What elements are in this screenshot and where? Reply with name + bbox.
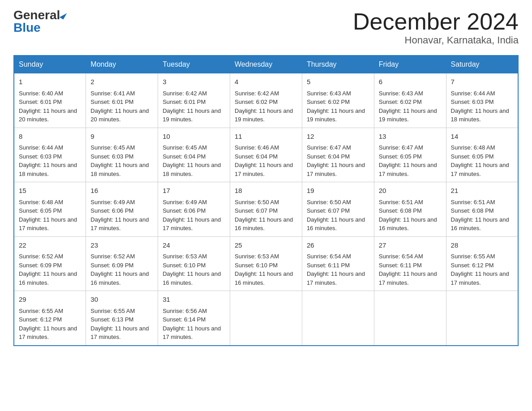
calendar-cell: 6Sunrise: 6:43 AMSunset: 6:02 PMDaylight… bbox=[374, 73, 446, 128]
day-number: 18 bbox=[235, 186, 297, 196]
day-number: 16 bbox=[90, 186, 153, 196]
day-number: 12 bbox=[307, 132, 369, 142]
calendar-cell: 19Sunrise: 6:50 AMSunset: 6:07 PMDayligh… bbox=[302, 182, 374, 237]
weekday-header-friday: Friday bbox=[374, 56, 446, 73]
page-header: General Blue December 2024 Honavar, Karn… bbox=[13, 9, 519, 46]
day-info: Sunrise: 6:48 AMSunset: 6:05 PMDaylight:… bbox=[451, 144, 509, 177]
calendar-cell: 22Sunrise: 6:52 AMSunset: 6:09 PMDayligh… bbox=[14, 236, 86, 291]
day-number: 22 bbox=[19, 240, 81, 251]
weekday-header-thursday: Thursday bbox=[302, 56, 374, 73]
day-number: 1 bbox=[19, 77, 81, 87]
calendar-cell: 13Sunrise: 6:47 AMSunset: 6:05 PMDayligh… bbox=[374, 128, 446, 182]
calendar-week-row: 22Sunrise: 6:52 AMSunset: 6:09 PMDayligh… bbox=[14, 236, 518, 291]
day-info: Sunrise: 6:43 AMSunset: 6:02 PMDaylight:… bbox=[379, 90, 437, 123]
calendar-cell bbox=[230, 291, 302, 346]
day-info: Sunrise: 6:45 AMSunset: 6:04 PMDaylight:… bbox=[163, 144, 221, 177]
calendar-cell: 31Sunrise: 6:56 AMSunset: 6:14 PMDayligh… bbox=[158, 291, 230, 346]
day-number: 8 bbox=[19, 132, 81, 142]
weekday-header-saturday: Saturday bbox=[446, 56, 518, 73]
day-number: 29 bbox=[19, 295, 81, 305]
calendar-cell: 26Sunrise: 6:54 AMSunset: 6:11 PMDayligh… bbox=[302, 236, 374, 291]
day-number: 11 bbox=[235, 132, 297, 142]
day-number: 21 bbox=[451, 186, 513, 196]
calendar-cell: 16Sunrise: 6:49 AMSunset: 6:06 PMDayligh… bbox=[86, 182, 158, 237]
calendar-cell: 21Sunrise: 6:51 AMSunset: 6:08 PMDayligh… bbox=[446, 182, 518, 237]
day-number: 10 bbox=[163, 132, 225, 142]
day-number: 28 bbox=[451, 240, 513, 251]
calendar-cell: 20Sunrise: 6:51 AMSunset: 6:08 PMDayligh… bbox=[374, 182, 446, 237]
weekday-header-row: SundayMondayTuesdayWednesdayThursdayFrid… bbox=[14, 56, 518, 73]
day-number: 17 bbox=[163, 186, 225, 196]
calendar-week-row: 29Sunrise: 6:55 AMSunset: 6:12 PMDayligh… bbox=[14, 291, 518, 346]
day-number: 27 bbox=[379, 240, 442, 251]
day-info: Sunrise: 6:45 AMSunset: 6:03 PMDaylight:… bbox=[90, 144, 149, 177]
day-number: 2 bbox=[90, 77, 153, 87]
logo-general-text: General bbox=[13, 9, 60, 21]
calendar-cell: 9Sunrise: 6:45 AMSunset: 6:03 PMDaylight… bbox=[86, 128, 158, 182]
day-info: Sunrise: 6:50 AMSunset: 6:07 PMDaylight:… bbox=[307, 199, 365, 232]
logo-blue-text: Blue bbox=[13, 21, 41, 34]
day-number: 13 bbox=[379, 132, 442, 142]
day-number: 7 bbox=[451, 77, 513, 87]
day-number: 5 bbox=[307, 77, 369, 87]
calendar-cell: 27Sunrise: 6:54 AMSunset: 6:11 PMDayligh… bbox=[374, 236, 446, 291]
calendar-cell: 23Sunrise: 6:52 AMSunset: 6:09 PMDayligh… bbox=[86, 236, 158, 291]
weekday-header-wednesday: Wednesday bbox=[230, 56, 302, 73]
calendar-cell: 15Sunrise: 6:48 AMSunset: 6:05 PMDayligh… bbox=[14, 182, 86, 237]
calendar-table: SundayMondayTuesdayWednesdayThursdayFrid… bbox=[13, 55, 519, 346]
day-info: Sunrise: 6:44 AMSunset: 6:03 PMDaylight:… bbox=[19, 144, 77, 177]
day-info: Sunrise: 6:48 AMSunset: 6:05 PMDaylight:… bbox=[19, 199, 77, 232]
calendar-week-row: 15Sunrise: 6:48 AMSunset: 6:05 PMDayligh… bbox=[14, 182, 518, 237]
day-info: Sunrise: 6:42 AMSunset: 6:01 PMDaylight:… bbox=[163, 90, 221, 123]
day-info: Sunrise: 6:55 AMSunset: 6:13 PMDaylight:… bbox=[90, 308, 149, 341]
day-number: 26 bbox=[307, 240, 369, 251]
weekday-header-sunday: Sunday bbox=[14, 56, 86, 73]
calendar-cell: 18Sunrise: 6:50 AMSunset: 6:07 PMDayligh… bbox=[230, 182, 302, 237]
day-info: Sunrise: 6:47 AMSunset: 6:04 PMDaylight:… bbox=[307, 144, 365, 177]
location-title: Honavar, Karnataka, India bbox=[353, 34, 519, 46]
day-number: 31 bbox=[163, 295, 225, 305]
day-info: Sunrise: 6:53 AMSunset: 6:10 PMDaylight:… bbox=[235, 253, 293, 286]
day-info: Sunrise: 6:47 AMSunset: 6:05 PMDaylight:… bbox=[379, 144, 437, 177]
calendar-cell bbox=[302, 291, 374, 346]
logo-triangle-icon bbox=[60, 11, 67, 20]
title-block: December 2024 Honavar, Karnataka, India bbox=[353, 9, 519, 46]
day-number: 3 bbox=[163, 77, 225, 87]
day-info: Sunrise: 6:55 AMSunset: 6:12 PMDaylight:… bbox=[19, 308, 77, 341]
day-number: 9 bbox=[90, 132, 153, 142]
weekday-header-monday: Monday bbox=[86, 56, 158, 73]
weekday-header-tuesday: Tuesday bbox=[158, 56, 230, 73]
calendar-cell: 28Sunrise: 6:55 AMSunset: 6:12 PMDayligh… bbox=[446, 236, 518, 291]
day-info: Sunrise: 6:51 AMSunset: 6:08 PMDaylight:… bbox=[451, 199, 509, 232]
day-number: 25 bbox=[235, 240, 297, 251]
day-info: Sunrise: 6:51 AMSunset: 6:08 PMDaylight:… bbox=[379, 199, 437, 232]
day-info: Sunrise: 6:56 AMSunset: 6:14 PMDaylight:… bbox=[163, 308, 221, 341]
calendar-cell: 3Sunrise: 6:42 AMSunset: 6:01 PMDaylight… bbox=[158, 73, 230, 128]
day-info: Sunrise: 6:53 AMSunset: 6:10 PMDaylight:… bbox=[163, 253, 221, 286]
calendar-cell: 10Sunrise: 6:45 AMSunset: 6:04 PMDayligh… bbox=[158, 128, 230, 182]
day-info: Sunrise: 6:42 AMSunset: 6:02 PMDaylight:… bbox=[235, 90, 293, 123]
day-info: Sunrise: 6:49 AMSunset: 6:06 PMDaylight:… bbox=[163, 199, 221, 232]
day-info: Sunrise: 6:43 AMSunset: 6:02 PMDaylight:… bbox=[307, 90, 365, 123]
calendar-cell bbox=[374, 291, 446, 346]
day-info: Sunrise: 6:49 AMSunset: 6:06 PMDaylight:… bbox=[90, 199, 149, 232]
day-info: Sunrise: 6:50 AMSunset: 6:07 PMDaylight:… bbox=[235, 199, 293, 232]
calendar-week-row: 1Sunrise: 6:40 AMSunset: 6:01 PMDaylight… bbox=[14, 73, 518, 128]
day-number: 15 bbox=[19, 186, 81, 196]
calendar-cell: 8Sunrise: 6:44 AMSunset: 6:03 PMDaylight… bbox=[14, 128, 86, 182]
day-info: Sunrise: 6:54 AMSunset: 6:11 PMDaylight:… bbox=[379, 253, 437, 286]
day-info: Sunrise: 6:44 AMSunset: 6:03 PMDaylight:… bbox=[451, 90, 509, 123]
calendar-cell: 4Sunrise: 6:42 AMSunset: 6:02 PMDaylight… bbox=[230, 73, 302, 128]
day-number: 20 bbox=[379, 186, 442, 196]
calendar-cell: 12Sunrise: 6:47 AMSunset: 6:04 PMDayligh… bbox=[302, 128, 374, 182]
day-info: Sunrise: 6:52 AMSunset: 6:09 PMDaylight:… bbox=[90, 253, 149, 286]
calendar-cell: 5Sunrise: 6:43 AMSunset: 6:02 PMDaylight… bbox=[302, 73, 374, 128]
calendar-cell: 17Sunrise: 6:49 AMSunset: 6:06 PMDayligh… bbox=[158, 182, 230, 237]
day-info: Sunrise: 6:55 AMSunset: 6:12 PMDaylight:… bbox=[451, 253, 509, 286]
calendar-cell bbox=[446, 291, 518, 346]
day-info: Sunrise: 6:52 AMSunset: 6:09 PMDaylight:… bbox=[19, 253, 77, 286]
calendar-cell: 11Sunrise: 6:46 AMSunset: 6:04 PMDayligh… bbox=[230, 128, 302, 182]
day-info: Sunrise: 6:40 AMSunset: 6:01 PMDaylight:… bbox=[19, 90, 77, 123]
day-number: 23 bbox=[90, 240, 153, 251]
day-number: 14 bbox=[451, 132, 513, 142]
